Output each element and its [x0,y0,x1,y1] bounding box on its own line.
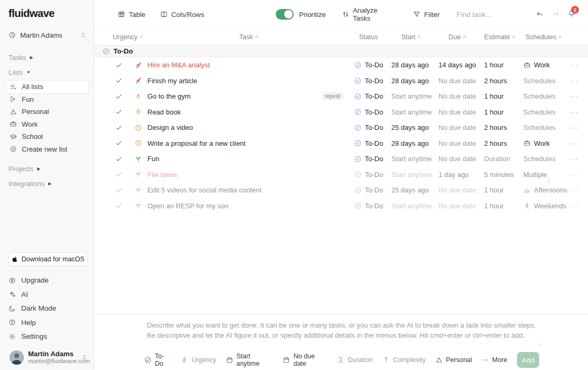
table-row[interactable]: Open an RESP for my son repeat To-Do Sta… [94,198,588,214]
table-view-button[interactable]: Table [118,11,145,19]
task-status-cell[interactable]: To-Do [350,171,387,179]
task-due-cell[interactable]: No due date [435,186,480,194]
notifications-button[interactable]: 2 [568,10,575,19]
sidebar-section-projects[interactable]: Projects▶ [6,165,89,173]
task-start-cell[interactable]: Start anytime [387,171,435,179]
row-menu-button[interactable]: ··· [567,61,588,69]
filter-button[interactable]: Filter [413,11,440,19]
task-schedule-cell[interactable]: Afternoons [520,186,567,194]
row-menu-button[interactable]: ··· [567,186,588,194]
task-title-cell[interactable]: Finish my article repeat [147,77,350,85]
user-account[interactable]: Martin Adams martin@fluidwave.com [6,350,89,365]
row-menu-button[interactable]: ··· [567,92,588,100]
task-due-cell[interactable]: No due date [435,139,480,147]
task-schedule-cell[interactable]: Multiple 2 [520,171,567,179]
menu-item-ai[interactable]: AI [6,287,89,302]
chip-start-anytime[interactable]: Start anytime [226,353,274,367]
task-estimate-cell[interactable]: 2 hours [480,124,520,131]
chip-more[interactable]: More [481,356,507,364]
row-menu-button[interactable]: ··· [567,124,588,131]
row-menu-button[interactable]: ··· [567,171,588,179]
chip-no-due-date[interactable]: No due date [283,353,327,367]
sidebar-item-fun[interactable]: Fun [6,93,89,106]
task-estimate-cell[interactable]: 2 hours [480,139,520,147]
resize-handle-icon[interactable] [535,340,541,347]
task-title-cell[interactable]: Hire an M&A analyst repeat [147,61,350,69]
complete-checkbox[interactable] [108,139,129,147]
task-start-cell[interactable]: 28 days ago [387,139,435,147]
task-start-cell[interactable]: 25 days ago [387,124,435,131]
column-header-schedules[interactable]: Schedules^ [520,33,567,41]
workspace-switcher[interactable]: Martin Adams [6,29,89,41]
complete-checkbox[interactable] [108,171,129,178]
task-start-cell[interactable]: 28 days ago [387,61,435,69]
row-menu-button[interactable]: ··· [567,155,588,163]
task-schedule-cell[interactable]: Schedules [520,155,567,163]
task-status-cell[interactable]: To-Do [350,155,387,163]
task-schedule-cell[interactable]: Schedules [520,108,567,116]
analyze-tasks-button[interactable]: Analyze Tasks [342,6,394,22]
task-status-cell[interactable]: To-Do [350,92,387,100]
task-estimate-cell[interactable]: 1 hour [480,61,520,69]
sidebar-section-tasks[interactable]: Tasks▶ [6,54,89,61]
task-status-cell[interactable]: To-Do [350,186,387,194]
chip-personal[interactable]: Personal [435,356,472,364]
table-row[interactable]: Go to the gym repeat To-Do Start anytime… [94,89,588,104]
sidebar-item-all-lists[interactable]: All lists [6,81,89,93]
task-title-cell[interactable]: File taxes repeat [147,171,350,179]
table-row[interactable]: Read book repeat To-Do Start anytime No … [94,104,588,120]
task-schedule-cell[interactable]: Work [520,139,567,147]
row-menu-button[interactable]: ··· [567,108,588,116]
task-title-cell[interactable]: Write a proposal for a new client repeat [147,139,350,147]
task-status-cell[interactable]: To-Do [350,124,387,131]
task-due-cell[interactable]: No due date [435,202,480,210]
row-menu-button[interactable]: ··· [567,139,588,147]
complete-checkbox[interactable] [108,202,129,209]
cols-rows-button[interactable]: Cols/Rows [160,11,204,19]
table-row[interactable]: Design a video repeat To-Do 25 days ago … [94,120,588,136]
task-due-cell[interactable]: No due date [435,155,480,163]
table-row[interactable]: Hire an M&A analyst repeat To-Do 28 days… [94,57,588,73]
task-start-cell[interactable]: Start anytime [387,108,435,116]
task-estimate-cell[interactable]: 1 hour [480,108,520,116]
find-task-input[interactable] [457,11,536,19]
task-schedule-cell[interactable]: Schedules [520,92,567,100]
task-schedule-cell[interactable]: Weekends [520,202,567,210]
task-status-cell[interactable]: To-Do [350,108,387,116]
task-due-cell[interactable]: 14 days ago [435,61,480,69]
task-title-cell[interactable]: Edit 5 videos for social media content r… [147,186,350,194]
task-status-cell[interactable]: To-Do [350,77,387,85]
chip-to-do[interactable]: To-Do [144,353,171,367]
task-title-cell[interactable]: Go to the gym repeat [147,92,350,100]
menu-item-dark-mode[interactable]: Dark Mode [6,302,89,316]
complete-checkbox[interactable] [108,93,129,100]
menu-item-help[interactable]: Help [6,315,89,330]
task-due-cell[interactable]: No due date [435,77,480,85]
complete-checkbox[interactable] [108,61,129,69]
task-schedule-cell[interactable]: Work [520,61,567,69]
task-estimate-cell[interactable]: 1 hour [480,202,520,210]
column-header-estimate[interactable]: Estimate^ [480,33,520,41]
task-schedule-cell[interactable]: Schedules [520,77,567,85]
prioritize-toggle[interactable] [276,9,294,20]
column-header-start[interactable]: Start^ [387,33,435,41]
task-status-cell[interactable]: To-Do [350,61,387,69]
table-row[interactable]: Fun repeat To-Do Start anytime No due da… [94,151,588,167]
column-header-urgency[interactable]: Urgency^ [108,33,147,41]
column-header-due[interactable]: Due^ [435,33,480,41]
column-header-status[interactable]: Status [350,33,387,41]
row-menu-button[interactable]: ··· [567,202,588,210]
task-due-cell[interactable]: 1 day ago [435,171,480,179]
task-estimate-cell[interactable]: 1 hour [480,186,520,194]
sidebar-section-integrations[interactable]: Integrations▶ [6,180,89,188]
sidebar-item-school[interactable]: School [6,130,89,143]
task-estimate-cell[interactable]: 2 hours [480,77,520,85]
task-description-input[interactable] [147,320,539,343]
table-row[interactable]: Edit 5 videos for social media content r… [94,182,588,198]
table-row[interactable]: Finish my article repeat To-Do 28 days a… [94,73,588,89]
complete-checkbox[interactable] [108,108,129,116]
column-header-task[interactable]: Task^ [147,33,350,41]
group-header-todo[interactable]: To-Do [94,45,588,57]
task-due-cell[interactable]: No due date [435,108,480,116]
add-task-button[interactable]: Add [517,352,539,368]
